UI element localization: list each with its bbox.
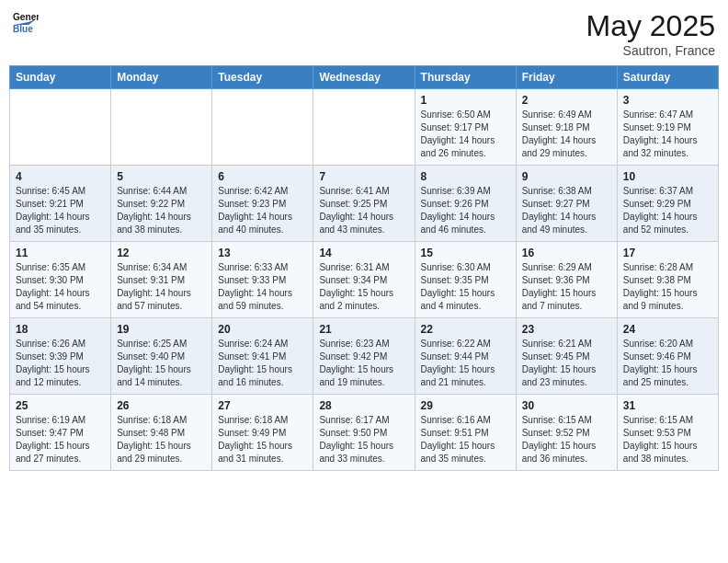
day-number: 26: [117, 399, 206, 412]
calendar-table: SundayMondayTuesdayWednesdayThursdayFrid…: [9, 65, 719, 471]
calendar-header: SundayMondayTuesdayWednesdayThursdayFrid…: [10, 66, 719, 89]
calendar-cell: 17Sunrise: 6:28 AM Sunset: 9:38 PM Dayli…: [617, 242, 718, 318]
day-number: 25: [16, 399, 105, 412]
calendar-week-5: 25Sunrise: 6:19 AM Sunset: 9:47 PM Dayli…: [10, 395, 719, 471]
day-content: Sunrise: 6:15 AM Sunset: 9:53 PM Dayligh…: [623, 414, 712, 465]
day-number: 8: [421, 170, 510, 183]
svg-text:General: General: [13, 12, 39, 22]
day-content: Sunrise: 6:28 AM Sunset: 9:38 PM Dayligh…: [623, 261, 712, 313]
calendar-cell: 3Sunrise: 6:47 AM Sunset: 9:19 PM Daylig…: [617, 89, 718, 166]
calendar-cell: 6Sunrise: 6:42 AM Sunset: 9:23 PM Daylig…: [212, 166, 313, 242]
calendar-cell: 15Sunrise: 6:30 AM Sunset: 9:35 PM Dayli…: [415, 242, 516, 318]
weekday-header-monday: Monday: [111, 66, 212, 89]
calendar-cell: [313, 89, 415, 166]
title-block: May 2025 Sautron, France: [586, 9, 715, 58]
day-content: Sunrise: 6:41 AM Sunset: 9:25 PM Dayligh…: [319, 185, 408, 236]
calendar-week-1: 1Sunrise: 6:50 AM Sunset: 9:17 PM Daylig…: [10, 89, 719, 166]
calendar-cell: 10Sunrise: 6:37 AM Sunset: 9:29 PM Dayli…: [617, 166, 718, 242]
day-number: 6: [218, 170, 307, 183]
day-content: Sunrise: 6:26 AM Sunset: 9:39 PM Dayligh…: [16, 338, 105, 389]
day-content: Sunrise: 6:37 AM Sunset: 9:29 PM Dayligh…: [623, 185, 712, 236]
day-content: Sunrise: 6:25 AM Sunset: 9:40 PM Dayligh…: [117, 338, 206, 389]
calendar-cell: 13Sunrise: 6:33 AM Sunset: 9:33 PM Dayli…: [212, 242, 313, 318]
day-number: 5: [117, 170, 206, 183]
weekday-header-tuesday: Tuesday: [212, 66, 313, 89]
day-number: 17: [623, 247, 712, 259]
calendar-cell: 18Sunrise: 6:26 AM Sunset: 9:39 PM Dayli…: [10, 318, 111, 395]
calendar-week-4: 18Sunrise: 6:26 AM Sunset: 9:39 PM Dayli…: [10, 318, 719, 395]
day-content: Sunrise: 6:31 AM Sunset: 9:34 PM Dayligh…: [319, 261, 408, 313]
weekday-header-friday: Friday: [516, 66, 617, 89]
location-subtitle: Sautron, France: [586, 43, 715, 58]
day-content: Sunrise: 6:24 AM Sunset: 9:41 PM Dayligh…: [218, 338, 307, 389]
day-content: Sunrise: 6:15 AM Sunset: 9:52 PM Dayligh…: [522, 414, 611, 465]
day-number: 2: [522, 94, 611, 107]
day-content: Sunrise: 6:17 AM Sunset: 9:50 PM Dayligh…: [319, 414, 408, 465]
calendar-cell: 24Sunrise: 6:20 AM Sunset: 9:46 PM Dayli…: [617, 318, 718, 395]
calendar-cell: [10, 89, 111, 166]
calendar-cell: 7Sunrise: 6:41 AM Sunset: 9:25 PM Daylig…: [313, 166, 415, 242]
calendar-cell: 31Sunrise: 6:15 AM Sunset: 9:53 PM Dayli…: [617, 395, 718, 471]
day-content: Sunrise: 6:50 AM Sunset: 9:17 PM Dayligh…: [421, 109, 510, 160]
day-number: 3: [623, 94, 712, 107]
weekday-header-sunday: Sunday: [10, 66, 111, 89]
calendar-cell: 2Sunrise: 6:49 AM Sunset: 9:18 PM Daylig…: [516, 89, 617, 166]
calendar-cell: 27Sunrise: 6:18 AM Sunset: 9:49 PM Dayli…: [212, 395, 313, 471]
calendar-week-2: 4Sunrise: 6:45 AM Sunset: 9:21 PM Daylig…: [10, 166, 719, 242]
calendar-cell: 20Sunrise: 6:24 AM Sunset: 9:41 PM Dayli…: [212, 318, 313, 395]
day-content: Sunrise: 6:18 AM Sunset: 9:49 PM Dayligh…: [218, 414, 307, 465]
calendar-cell: 9Sunrise: 6:38 AM Sunset: 9:27 PM Daylig…: [516, 166, 617, 242]
day-content: Sunrise: 6:44 AM Sunset: 9:22 PM Dayligh…: [117, 185, 206, 236]
day-number: 10: [623, 170, 712, 183]
day-content: Sunrise: 6:42 AM Sunset: 9:23 PM Dayligh…: [218, 185, 307, 236]
day-content: Sunrise: 6:30 AM Sunset: 9:35 PM Dayligh…: [421, 261, 510, 313]
calendar-cell: 4Sunrise: 6:45 AM Sunset: 9:21 PM Daylig…: [10, 166, 111, 242]
calendar-cell: 12Sunrise: 6:34 AM Sunset: 9:31 PM Dayli…: [111, 242, 212, 318]
calendar-cell: 1Sunrise: 6:50 AM Sunset: 9:17 PM Daylig…: [415, 89, 516, 166]
day-content: Sunrise: 6:20 AM Sunset: 9:46 PM Dayligh…: [623, 338, 712, 389]
day-content: Sunrise: 6:21 AM Sunset: 9:45 PM Dayligh…: [522, 338, 611, 389]
calendar-cell: 26Sunrise: 6:18 AM Sunset: 9:48 PM Dayli…: [111, 395, 212, 471]
calendar-cell: 22Sunrise: 6:22 AM Sunset: 9:44 PM Dayli…: [415, 318, 516, 395]
day-content: Sunrise: 6:47 AM Sunset: 9:19 PM Dayligh…: [623, 109, 712, 160]
day-number: 7: [319, 170, 408, 183]
day-content: Sunrise: 6:16 AM Sunset: 9:51 PM Dayligh…: [421, 414, 510, 465]
day-content: Sunrise: 6:33 AM Sunset: 9:33 PM Dayligh…: [218, 261, 307, 313]
day-content: Sunrise: 6:38 AM Sunset: 9:27 PM Dayligh…: [522, 185, 611, 236]
day-content: Sunrise: 6:19 AM Sunset: 9:47 PM Dayligh…: [16, 414, 105, 465]
day-content: Sunrise: 6:49 AM Sunset: 9:18 PM Dayligh…: [522, 109, 611, 160]
month-title: May 2025: [586, 9, 715, 43]
day-number: 11: [16, 247, 105, 259]
calendar-cell: 5Sunrise: 6:44 AM Sunset: 9:22 PM Daylig…: [111, 166, 212, 242]
calendar-cell: 25Sunrise: 6:19 AM Sunset: 9:47 PM Dayli…: [10, 395, 111, 471]
calendar-cell: 11Sunrise: 6:35 AM Sunset: 9:30 PM Dayli…: [10, 242, 111, 318]
day-content: Sunrise: 6:18 AM Sunset: 9:48 PM Dayligh…: [117, 414, 206, 465]
logo-icon: General Blue: [13, 9, 39, 35]
day-number: 1: [421, 94, 510, 107]
day-content: Sunrise: 6:39 AM Sunset: 9:26 PM Dayligh…: [421, 185, 510, 236]
svg-text:Blue: Blue: [13, 24, 33, 34]
day-number: 23: [522, 323, 611, 336]
day-number: 9: [522, 170, 611, 183]
day-number: 4: [16, 170, 105, 183]
day-content: Sunrise: 6:35 AM Sunset: 9:30 PM Dayligh…: [16, 261, 105, 313]
day-number: 16: [522, 247, 611, 259]
day-number: 30: [522, 399, 611, 412]
page-header: General Blue May 2025 Sautron, France: [9, 9, 719, 58]
calendar-cell: 30Sunrise: 6:15 AM Sunset: 9:52 PM Dayli…: [516, 395, 617, 471]
day-number: 12: [117, 247, 206, 259]
calendar-cell: 28Sunrise: 6:17 AM Sunset: 9:50 PM Dayli…: [313, 395, 415, 471]
calendar-cell: 29Sunrise: 6:16 AM Sunset: 9:51 PM Dayli…: [415, 395, 516, 471]
calendar-cell: 19Sunrise: 6:25 AM Sunset: 9:40 PM Dayli…: [111, 318, 212, 395]
day-content: Sunrise: 6:23 AM Sunset: 9:42 PM Dayligh…: [319, 338, 408, 389]
day-number: 28: [319, 399, 408, 412]
day-number: 24: [623, 323, 712, 336]
day-content: Sunrise: 6:29 AM Sunset: 9:36 PM Dayligh…: [522, 261, 611, 313]
weekday-header-thursday: Thursday: [415, 66, 516, 89]
calendar-cell: [212, 89, 313, 166]
day-number: 19: [117, 323, 206, 336]
calendar-body: 1Sunrise: 6:50 AM Sunset: 9:17 PM Daylig…: [10, 89, 719, 471]
day-content: Sunrise: 6:45 AM Sunset: 9:21 PM Dayligh…: [16, 185, 105, 236]
day-number: 13: [218, 247, 307, 259]
calendar-cell: 14Sunrise: 6:31 AM Sunset: 9:34 PM Dayli…: [313, 242, 415, 318]
